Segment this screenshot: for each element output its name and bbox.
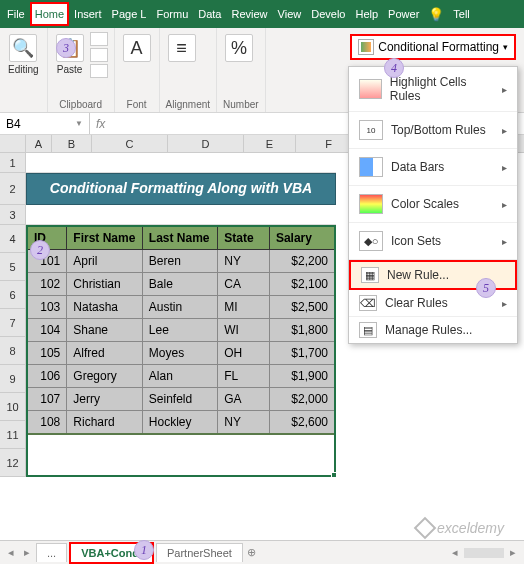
cf-icon-sets[interactable]: ◆○ Icon Sets ▸: [349, 223, 517, 260]
cell-first[interactable]: Richard: [67, 411, 143, 435]
cell-salary[interactable]: $1,800: [269, 319, 335, 342]
col-header-C[interactable]: C: [92, 135, 168, 152]
col-header-A[interactable]: A: [26, 135, 52, 152]
cell-last[interactable]: Hockley: [142, 411, 217, 435]
tab-power[interactable]: Power: [383, 2, 424, 26]
cf-data-bars[interactable]: Data Bars ▸: [349, 149, 517, 186]
cf-top-bottom-rules[interactable]: 10 Top/Bottom Rules ▸: [349, 112, 517, 149]
cell-last[interactable]: Seinfeld: [142, 388, 217, 411]
number-button[interactable]: %: [223, 32, 255, 66]
cell-state[interactable]: WI: [218, 319, 270, 342]
row-header[interactable]: 9: [0, 365, 26, 393]
font-button[interactable]: A: [121, 32, 153, 66]
cell-id[interactable]: 106: [27, 365, 67, 388]
row-header[interactable]: 4: [0, 225, 26, 253]
tab-help[interactable]: Help: [350, 2, 383, 26]
table-row[interactable]: 102ChristianBaleCA$2,100: [27, 273, 335, 296]
table-row[interactable]: 103NatashaAustinMI$2,500: [27, 296, 335, 319]
copy-icon[interactable]: [90, 48, 108, 62]
col-header-B[interactable]: B: [52, 135, 92, 152]
table-row[interactable]: 105AlfredMoyesOH$1,700: [27, 342, 335, 365]
cf-manage-rules[interactable]: ▤ Manage Rules...: [349, 317, 517, 343]
cell-salary[interactable]: $1,700: [269, 342, 335, 365]
row-header[interactable]: 8: [0, 337, 26, 365]
cell-first[interactable]: Alfred: [67, 342, 143, 365]
cell-id[interactable]: 105: [27, 342, 67, 365]
row-header[interactable]: 5: [0, 253, 26, 281]
th-state[interactable]: State: [218, 226, 270, 250]
new-sheet-icon[interactable]: ⊕: [245, 546, 259, 559]
row-header[interactable]: 12: [0, 449, 26, 477]
tab-view[interactable]: View: [273, 2, 307, 26]
table-row[interactable]: 104ShaneLeeWI$1,800: [27, 319, 335, 342]
select-all-corner[interactable]: [0, 135, 26, 152]
th-last[interactable]: Last Name: [142, 226, 217, 250]
table-row[interactable]: 107JerrySeinfeldGA$2,000: [27, 388, 335, 411]
tab-data[interactable]: Data: [193, 2, 226, 26]
cell-first[interactable]: Shane: [67, 319, 143, 342]
cell-salary[interactable]: $2,500: [269, 296, 335, 319]
sheet-tab-partner[interactable]: PartnerSheet: [156, 543, 243, 562]
th-salary[interactable]: Salary: [269, 226, 335, 250]
cell-id[interactable]: 104: [27, 319, 67, 342]
row-header[interactable]: 10: [0, 393, 26, 421]
table-row[interactable]: 106GregoryAlanFL$1,900: [27, 365, 335, 388]
cell-first[interactable]: Christian: [67, 273, 143, 296]
sheet-nav-next-icon[interactable]: ▸: [20, 546, 34, 559]
tell-me-label[interactable]: Tell: [448, 2, 475, 26]
scroll-left-icon[interactable]: ◂: [448, 546, 462, 559]
cell-salary[interactable]: $2,000: [269, 388, 335, 411]
horizontal-scrollbar[interactable]: [464, 548, 504, 558]
selection-fill-handle[interactable]: [331, 472, 337, 478]
cell-last[interactable]: Bale: [142, 273, 217, 296]
th-first[interactable]: First Name: [67, 226, 143, 250]
cell-id[interactable]: 108: [27, 411, 67, 435]
cell-state[interactable]: OH: [218, 342, 270, 365]
cf-color-scales[interactable]: Color Scales ▸: [349, 186, 517, 223]
col-header-E[interactable]: E: [244, 135, 296, 152]
cell-state[interactable]: GA: [218, 388, 270, 411]
row-header[interactable]: 6: [0, 281, 26, 309]
tell-me-icon[interactable]: 💡: [427, 5, 445, 23]
row-header[interactable]: 11: [0, 421, 26, 449]
conditional-formatting-button[interactable]: Conditional Formatting ▾: [350, 34, 516, 60]
cell-state[interactable]: MI: [218, 296, 270, 319]
sheet-nav-prev-icon[interactable]: ◂: [4, 546, 18, 559]
cell-salary[interactable]: $2,200: [269, 250, 335, 273]
name-box[interactable]: B4 ▼: [0, 113, 90, 134]
cell-state[interactable]: CA: [218, 273, 270, 296]
scroll-right-icon[interactable]: ▸: [506, 546, 520, 559]
cell-id[interactable]: 107: [27, 388, 67, 411]
tab-home[interactable]: Home: [30, 2, 69, 26]
cell-first[interactable]: Natasha: [67, 296, 143, 319]
cell-salary[interactable]: $1,900: [269, 365, 335, 388]
cell-last[interactable]: Alan: [142, 365, 217, 388]
cell-last[interactable]: Moyes: [142, 342, 217, 365]
cell-first[interactable]: April: [67, 250, 143, 273]
table-row[interactable]: 101AprilBerenNY$2,200: [27, 250, 335, 273]
row-header[interactable]: 2: [0, 173, 26, 205]
cell-id[interactable]: 102: [27, 273, 67, 296]
tab-developer[interactable]: Develo: [306, 2, 350, 26]
cell-last[interactable]: Austin: [142, 296, 217, 319]
name-box-dropdown-icon[interactable]: ▼: [75, 119, 83, 128]
cell-state[interactable]: NY: [218, 250, 270, 273]
tab-file[interactable]: File: [2, 2, 30, 26]
alignment-button[interactable]: ≡: [166, 32, 198, 66]
col-header-D[interactable]: D: [168, 135, 244, 152]
cell-first[interactable]: Gregory: [67, 365, 143, 388]
sheet-tab-more[interactable]: ...: [36, 543, 67, 562]
tab-review[interactable]: Review: [227, 2, 273, 26]
tab-page-layout[interactable]: Page L: [107, 2, 152, 26]
cut-icon[interactable]: [90, 32, 108, 46]
cf-highlight-cells-rules[interactable]: Highlight Cells Rules ▸: [349, 67, 517, 112]
format-painter-icon[interactable]: [90, 64, 108, 78]
tab-formulas[interactable]: Formu: [151, 2, 193, 26]
cell-salary[interactable]: $2,100: [269, 273, 335, 296]
cell-last[interactable]: Beren: [142, 250, 217, 273]
table-row[interactable]: 108RichardHockleyNY$2,600: [27, 411, 335, 435]
cell-first[interactable]: Jerry: [67, 388, 143, 411]
cell-state[interactable]: FL: [218, 365, 270, 388]
editing-button[interactable]: 🔍 Editing: [6, 32, 41, 77]
cells-area[interactable]: Conditional Formatting Along with VBA ID…: [26, 153, 336, 477]
